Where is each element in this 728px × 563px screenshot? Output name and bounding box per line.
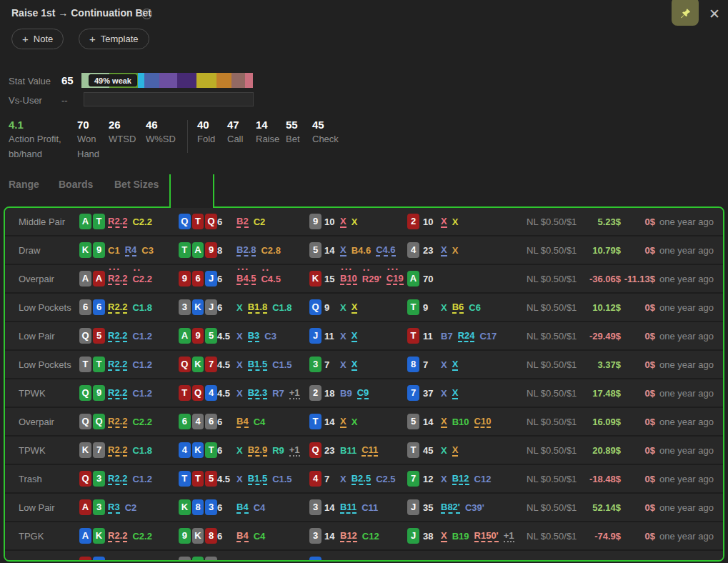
turn-actions: B9C9 xyxy=(340,379,407,407)
hand-category: Trash xyxy=(19,465,79,492)
hand-row[interactable]: TrashQ3R2.2C1.2TT54.5XB1.5C1.547XB2.5C2.… xyxy=(5,465,723,494)
card: 3 xyxy=(309,528,321,544)
stat-label: Action Profit, xyxy=(9,133,61,146)
turn-pot: 9 xyxy=(324,294,337,321)
action: X xyxy=(351,417,358,427)
card: 3 xyxy=(93,471,105,487)
card: T xyxy=(205,442,217,458)
river-pot: 35 xyxy=(423,494,439,521)
vs-user-value: -- xyxy=(61,95,68,106)
card: K xyxy=(79,242,91,258)
turn-actions: B11C11 xyxy=(340,494,407,521)
action: X xyxy=(236,388,243,399)
vs-user-input[interactable] xyxy=(84,92,254,106)
card: Q xyxy=(93,414,105,429)
card: 5 xyxy=(93,328,105,344)
flop-pot: 6 xyxy=(217,522,236,549)
card: K xyxy=(192,357,204,372)
note-button[interactable]: + Note xyxy=(11,29,64,49)
card: A xyxy=(179,328,191,344)
profit-secondary: 0$ xyxy=(621,351,655,378)
flop-pot xyxy=(217,551,236,562)
stakes: NL $0.50/$1 xyxy=(527,236,577,264)
hand-date: one year ago xyxy=(659,494,724,521)
turn-card: 9 xyxy=(309,208,323,235)
preflop-actions xyxy=(108,551,179,562)
multiway-dots: ··· xyxy=(109,267,121,271)
hand-row[interactable]: OverpairQQR2.2C2.26466B4C4T14XX514XB10C1… xyxy=(5,408,723,437)
hand-row[interactable]: TPWKQ9R2.2C1.2TQ44.5XB2.3R7+1218B9C9737X… xyxy=(5,379,723,408)
river-pot: 7 xyxy=(423,351,439,378)
hand-row[interactable]: OverpairAAR2.2···C2.2··96J6B4.5···C4.5··… xyxy=(5,265,723,294)
action: B12 xyxy=(452,473,469,485)
action: +1 xyxy=(289,387,300,399)
hand-row[interactable]: Low PairQ5R2.2C1.2A954.5XB3C3J11XXT11B7R… xyxy=(5,322,723,351)
action: X xyxy=(452,216,459,227)
info-icon[interactable]: i xyxy=(141,9,152,19)
close-icon[interactable]: ✕ xyxy=(706,6,723,23)
hand-date xyxy=(659,551,724,562)
stats-divider xyxy=(187,120,188,153)
hand-category: Overpair xyxy=(19,408,79,435)
stat-item: 26WTSD xyxy=(109,119,136,146)
stat-value: 46 xyxy=(146,119,176,131)
hand-row[interactable]: Middle PairATR2.2C2.2QTQ6B2C2910XX210XXN… xyxy=(5,208,723,236)
action: C2.2 xyxy=(132,216,151,227)
card: 9 xyxy=(205,242,217,258)
action: C2.2 xyxy=(132,531,151,542)
river-card: T xyxy=(407,437,421,464)
card: T xyxy=(93,357,105,372)
hand-row[interactable]: Low PairA3R3C2K836B4C4314B11C11J35B82'C3… xyxy=(5,494,723,522)
turn-actions: XX xyxy=(340,294,407,321)
hand-row[interactable]: TPWKK7R2.2C1.84KT6XB2.9R9+1Q23B11C11T45X… xyxy=(5,437,723,465)
flop-pot: 4.5 xyxy=(217,379,236,407)
multiway-dots: ··· xyxy=(341,267,353,271)
tab-bet-sizes[interactable]: Bet Sizes xyxy=(114,179,159,199)
hand-row[interactable] xyxy=(5,551,723,562)
action: C3 xyxy=(264,331,276,342)
action: B19 xyxy=(452,531,469,542)
river-card: 5 xyxy=(407,408,421,435)
hand-row[interactable]: Low Pockets66R2.2C1.83KJ6XB1.8C1.8Q9XXT9… xyxy=(5,294,723,322)
hand-date: one year ago xyxy=(659,265,724,292)
profit-secondary: -11.13$ xyxy=(621,265,655,292)
river-pot: 37 xyxy=(423,379,439,407)
card: Q xyxy=(79,471,91,487)
river-actions: XB10C10 xyxy=(441,408,527,435)
hand-date: one year ago xyxy=(659,379,724,407)
stat-item: 40Fold xyxy=(197,119,215,146)
stat-item: 14Raise xyxy=(256,119,279,146)
flop-cards xyxy=(179,551,219,562)
hands-table: Middle PairATR2.2C2.2QTQ6B2C2910XX210XXN… xyxy=(4,206,724,562)
card: 9 xyxy=(179,271,191,287)
card xyxy=(179,557,191,562)
river-card: 7 xyxy=(407,379,421,407)
action: C9 xyxy=(357,387,369,399)
template-button[interactable]: + Template xyxy=(79,29,149,49)
turn-card: T xyxy=(309,408,323,435)
stat-value: 70 xyxy=(77,119,99,131)
hand-category: Draw xyxy=(19,236,79,264)
action: X xyxy=(441,359,447,370)
hand-date: one year ago xyxy=(659,522,724,549)
hand-row[interactable]: TPGKAKR2.2C2.29K86B4C4314B12C12J38XB19R1… xyxy=(5,522,723,551)
tab-boards[interactable]: Boards xyxy=(59,179,93,199)
card: 2 xyxy=(309,385,321,401)
action: B7 xyxy=(441,331,453,342)
tab-range[interactable]: Range xyxy=(9,179,39,199)
action: C1 xyxy=(108,245,120,256)
card: A xyxy=(192,242,204,258)
action: B4 xyxy=(236,530,249,542)
card: 7 xyxy=(407,471,419,487)
flop-pot: 4.5 xyxy=(217,322,236,349)
river-pot: 10 xyxy=(423,208,439,235)
pin-button[interactable] xyxy=(672,0,699,26)
action: C4 xyxy=(254,502,266,513)
hand-row[interactable]: DrawK9C1R4C3TA98B2.8C2.8514XB4.6C4.6423X… xyxy=(5,236,723,265)
action: C1.2 xyxy=(132,474,151,484)
stakes: NL $0.50/$1 xyxy=(527,379,577,407)
action: R3 xyxy=(108,502,120,514)
hand-row[interactable]: Low PocketsTTR2.2C1.2QK74.5XB1.5C1.537XX… xyxy=(5,351,723,379)
action: X xyxy=(452,387,459,399)
action: X xyxy=(441,244,447,256)
